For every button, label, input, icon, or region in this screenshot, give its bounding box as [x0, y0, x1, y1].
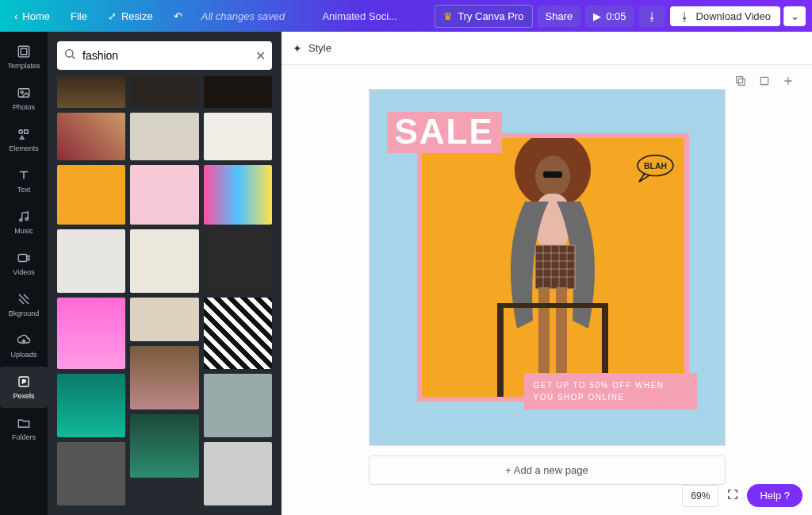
- try-pro-button[interactable]: ♛ Try Canva Pro: [435, 5, 532, 28]
- share-button[interactable]: Share: [538, 6, 581, 27]
- photo-thumb[interactable]: [204, 374, 272, 437]
- photo-thumb[interactable]: [130, 346, 198, 409]
- download-video-label: Download Video: [696, 10, 771, 22]
- videos-icon: [16, 251, 32, 265]
- photos-icon: [16, 86, 32, 100]
- workspace: ✦ Style: [282, 32, 812, 515]
- rail-music[interactable]: Music: [0, 202, 48, 243]
- canvas-area[interactable]: SALE BLAH GET UP TO 50% OFF WHEN YOU SHO…: [282, 65, 812, 515]
- photo-thumb[interactable]: [57, 229, 125, 293]
- svg-rect-13: [760, 77, 768, 84]
- sparkle-icon: ✦: [293, 42, 302, 55]
- photo-thumb[interactable]: [130, 414, 198, 478]
- file-label: File: [71, 10, 87, 22]
- svg-rect-12: [737, 77, 743, 83]
- templates-icon: [16, 44, 32, 59]
- svg-rect-23: [497, 303, 608, 308]
- home-button[interactable]: ‹ Home: [6, 6, 58, 27]
- svg-rect-21: [497, 305, 504, 397]
- rail-label: Templates: [7, 62, 40, 70]
- rail-label: Folders: [12, 433, 36, 441]
- sale-badge[interactable]: SALE: [387, 112, 502, 153]
- rail-label: Photos: [13, 103, 35, 111]
- photo-thumb[interactable]: [204, 113, 272, 160]
- photo-thumb[interactable]: [204, 229, 272, 293]
- uploads-icon: [16, 333, 32, 348]
- svg-rect-0: [18, 46, 29, 57]
- rail-elements[interactable]: Elements: [0, 119, 48, 160]
- play-button[interactable]: ▶ 0:05: [585, 6, 634, 27]
- copy-page-icon[interactable]: [758, 75, 771, 90]
- rail-label: Videos: [13, 268, 34, 276]
- top-toolbar: ‹ Home File ⤢ Resize ↶ All changes saved…: [0, 0, 812, 32]
- photo-thumb[interactable]: [57, 113, 125, 160]
- download-video-button[interactable]: ⭳ Download Video: [670, 6, 780, 26]
- rail-videos[interactable]: Videos: [0, 243, 48, 284]
- style-button[interactable]: Style: [308, 42, 331, 54]
- design-canvas[interactable]: SALE BLAH GET UP TO 50% OFF WHEN YOU SHO…: [369, 89, 726, 446]
- rail-templates[interactable]: Templates: [0, 37, 48, 78]
- document-title[interactable]: Animated Soci...: [322, 10, 397, 22]
- photo-thumb[interactable]: [204, 298, 272, 369]
- add-page-icon[interactable]: [782, 75, 795, 90]
- rail-folders[interactable]: Folders: [0, 408, 48, 449]
- svg-text:BLAH: BLAH: [644, 162, 667, 171]
- rail-text[interactable]: Text: [0, 160, 48, 202]
- promo-text[interactable]: GET UP TO 50% OFF WHEN YOU SHOP ONLINE: [524, 373, 697, 409]
- rail-label: Elements: [9, 144, 39, 152]
- svg-rect-16: [543, 171, 562, 178]
- resize-label: Resize: [121, 10, 153, 22]
- file-menu[interactable]: File: [63, 6, 95, 27]
- svg-rect-5: [25, 130, 29, 134]
- play-icon: ▶: [593, 10, 601, 22]
- search-icon: [63, 48, 76, 63]
- search-input[interactable]: [82, 49, 249, 62]
- share-label: Share: [546, 10, 573, 22]
- rail-uploads[interactable]: Uploads: [0, 325, 48, 367]
- download-icon-button[interactable]: ⭳: [639, 6, 665, 27]
- rail-label: Bkground: [9, 309, 40, 317]
- photo-thumb[interactable]: [57, 298, 125, 369]
- zoom-value: 69%: [691, 490, 710, 502]
- rail-photos[interactable]: Photos: [0, 78, 48, 119]
- photo-thumb[interactable]: [57, 165, 125, 225]
- photo-thumb[interactable]: [57, 374, 125, 437]
- photo-thumb[interactable]: [130, 76, 198, 108]
- svg-rect-8: [18, 255, 27, 262]
- pexels-icon: [16, 375, 32, 389]
- photo-thumb[interactable]: [130, 165, 198, 225]
- photo-thumb[interactable]: [130, 113, 198, 160]
- rail-pexels[interactable]: Pexels: [0, 367, 48, 408]
- clear-search-button[interactable]: ✕: [255, 48, 266, 63]
- add-new-page-button[interactable]: + Add a new page: [369, 455, 726, 485]
- chevron-down-icon: ⌄: [791, 10, 799, 22]
- zoom-control[interactable]: 69%: [682, 485, 718, 507]
- photo-thumb[interactable]: [130, 229, 198, 293]
- photo-thumb[interactable]: [204, 165, 272, 225]
- photo-thumb[interactable]: [57, 76, 125, 108]
- download-options-caret[interactable]: ⌄: [783, 6, 806, 26]
- help-button[interactable]: Help ?: [747, 484, 802, 507]
- try-pro-label: Try Canva Pro: [458, 10, 523, 22]
- music-icon: [16, 209, 32, 224]
- svg-rect-11: [738, 79, 745, 85]
- svg-rect-1: [21, 48, 27, 55]
- photo-thumb[interactable]: [204, 442, 272, 505]
- undo-button[interactable]: ↶: [166, 6, 190, 27]
- left-rail: Templates Photos Elements Text Music Vid…: [0, 32, 48, 515]
- resize-button[interactable]: ⤢ Resize: [100, 6, 161, 27]
- speech-bubble[interactable]: BLAH: [634, 153, 677, 183]
- photo-grid: [57, 76, 272, 505]
- photo-thumb[interactable]: [57, 442, 125, 505]
- duplicate-page-icon[interactable]: [734, 75, 747, 90]
- rail-label: Music: [14, 227, 33, 235]
- context-toolbar: ✦ Style: [282, 32, 812, 65]
- svg-rect-20: [556, 287, 567, 382]
- page-actions: [734, 75, 795, 90]
- svg-point-7: [25, 218, 28, 221]
- photo-thumb[interactable]: [204, 76, 272, 108]
- photo-thumb[interactable]: [130, 298, 198, 341]
- fullscreen-icon[interactable]: [726, 488, 739, 504]
- rail-background[interactable]: Bkground: [0, 284, 48, 325]
- text-icon: [16, 168, 32, 183]
